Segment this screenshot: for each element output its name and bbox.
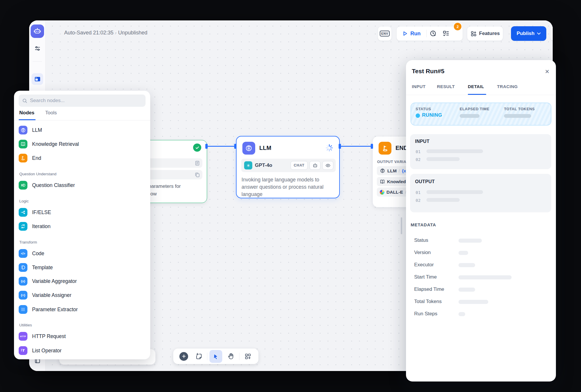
placeholder-bar (459, 263, 475, 267)
robot-app-icon (33, 27, 41, 35)
node-item-label: Parameter Extractor (32, 307, 78, 313)
node-item-label: Variable Aggregator (32, 278, 77, 284)
row-index: 02 (416, 198, 421, 203)
success-check-icon (193, 144, 201, 152)
llm-node-icon (242, 142, 255, 155)
edge-llm-end (340, 146, 371, 147)
placeholder-bar (459, 300, 488, 304)
model-selector[interactable]: GPT-4o CHAT (241, 159, 336, 172)
search-icon (22, 98, 27, 104)
organize-blocks-button[interactable] (242, 350, 254, 363)
llm-node[interactable]: LLM GPT-4o CHAT Invoki (236, 136, 340, 198)
llm-node-title: LLM (259, 145, 271, 151)
metadata-row: Status (414, 235, 548, 247)
classifier-icon (19, 181, 27, 190)
add-node-button[interactable] (177, 350, 190, 363)
metadata-label: Total Tokens (414, 299, 442, 304)
tab-tracing[interactable]: TRACING (497, 84, 518, 89)
note-icon (195, 353, 202, 360)
node-item-label: Template (32, 265, 53, 271)
env-icon: ENV (380, 31, 390, 36)
version-history-button[interactable] (550, 26, 553, 41)
metadata-row: Executor (414, 259, 548, 271)
tab-detail[interactable]: DETAIL (468, 84, 484, 89)
node-item-code[interactable]: </> Code (19, 246, 146, 260)
node-item-label: Variable Assigner (32, 292, 71, 298)
node-item-list-operator[interactable]: List Operator (19, 344, 146, 358)
features-label: Features (479, 31, 500, 36)
tab-result[interactable]: RESULT (437, 84, 455, 89)
node-item-http-request[interactable]: HTTP HTTP Request (19, 329, 146, 343)
search-input[interactable] (30, 98, 142, 104)
vision-badge[interactable] (322, 161, 333, 170)
brain-icon (245, 144, 253, 152)
node-item-end[interactable]: End (19, 151, 146, 165)
edge-handle[interactable] (234, 144, 237, 149)
node-item-iteration[interactable]: Iteration (19, 219, 146, 233)
features-icon (470, 31, 477, 37)
elapsed-time-label: ELAPSED TIME (460, 107, 489, 111)
node-search[interactable] (19, 94, 146, 107)
metadata-label: Run Steps (414, 311, 437, 317)
node-item-knowledge-retrieval[interactable]: Knowledge Retrieval (19, 137, 146, 151)
copy-icon (195, 172, 200, 178)
panel-resize-handle[interactable] (401, 217, 402, 234)
close-icon[interactable]: ✕ (545, 68, 550, 75)
node-item-parameter-extractor[interactable]: Parameter Extractor (19, 302, 146, 316)
node-item-label: End (32, 155, 41, 161)
hand-tool-button[interactable] (224, 350, 237, 363)
metadata-label: Elapsed Time (414, 286, 444, 292)
node-item-variable-assigner[interactable]: {=} Variable Assigner (19, 288, 146, 302)
node-item-question-classifier[interactable]: Question Classifier (19, 178, 146, 192)
checklist-button[interactable] (440, 30, 452, 37)
section-question-understand: Question Understand (19, 170, 57, 178)
env-button[interactable]: ENV (378, 26, 392, 41)
cursor-icon (212, 353, 219, 360)
placeholder-bar (459, 312, 465, 316)
node-item-llm[interactable]: LLM (19, 123, 146, 137)
run-label: Run (410, 31, 421, 37)
flag-icon (19, 154, 27, 162)
tab-tools[interactable]: Tools (45, 110, 57, 116)
node-item-if-else[interactable]: IF/ELSE (19, 205, 146, 219)
branch-icon (19, 208, 27, 217)
run-button[interactable]: Run (397, 31, 426, 37)
node-item-variable-aggregator[interactable]: {x} Variable Aggregator (19, 274, 146, 288)
metadata-row: Start Time (414, 271, 548, 284)
edge-handle[interactable] (205, 144, 208, 149)
placeholder-bar (459, 251, 468, 255)
book-mini-icon (380, 179, 385, 184)
running-dot (416, 113, 420, 118)
node-picker-toggle[interactable] (32, 73, 43, 85)
node-item-template[interactable]: Template (19, 260, 146, 274)
flag-icon (382, 145, 389, 152)
pointer-tool-button[interactable] (209, 350, 222, 363)
output-card: OUTPUT 01 02 (410, 174, 551, 212)
edge-handle[interactable] (371, 144, 373, 149)
workflow-settings-button[interactable] (33, 44, 41, 52)
plus-circle-icon (179, 352, 188, 361)
template-icon (19, 263, 27, 272)
chevron-down-icon (537, 32, 541, 35)
variable-name: LLM (387, 168, 397, 174)
tab-input[interactable]: INPUT (412, 84, 426, 89)
section-utilities: Utilities (19, 321, 32, 329)
metadata-title: METADATA (411, 222, 436, 227)
placeholder-bar (459, 275, 512, 279)
agent-badge[interactable] (309, 161, 321, 170)
edge-handle[interactable] (339, 144, 341, 149)
placeholder-bar (426, 198, 460, 202)
add-note-button[interactable] (192, 350, 205, 363)
run-history-button[interactable] (427, 30, 440, 37)
publish-button[interactable]: Publish (511, 26, 546, 41)
divider (14, 120, 150, 120)
metadata-row: Elapsed Time (414, 284, 548, 296)
robot-icon (312, 163, 318, 168)
metadata-row: Run Steps (414, 308, 548, 320)
features-button[interactable]: Features (467, 26, 503, 41)
output-variables-label: OUTPUT VARIA (377, 160, 406, 164)
app-icon[interactable] (31, 24, 44, 38)
tab-nodes[interactable]: Nodes (19, 110, 34, 116)
status-value: RUNING (422, 112, 442, 118)
aggregator-icon: {x} (19, 277, 27, 286)
